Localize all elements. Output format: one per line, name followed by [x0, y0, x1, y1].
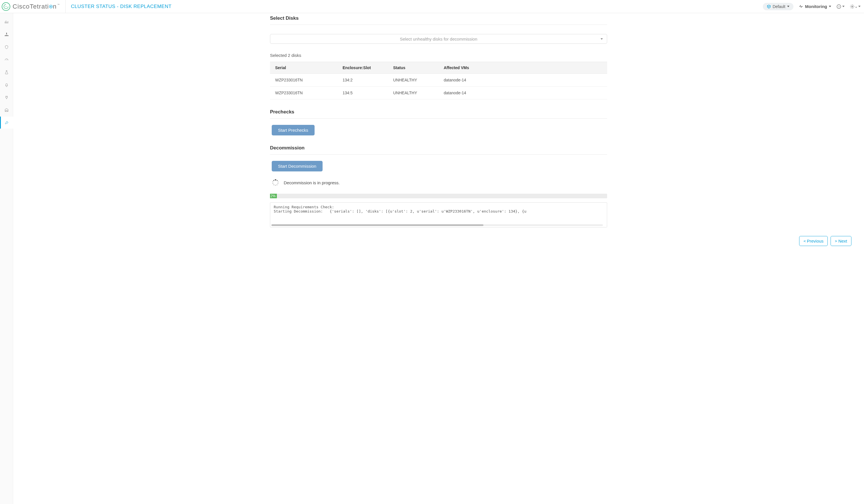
- svg-point-6: [856, 7, 856, 8]
- svg-point-0: [5, 6, 7, 7]
- bell-icon: [4, 83, 9, 87]
- cell-vms: datanode-14: [439, 74, 607, 86]
- section-title-decommission: Decommission: [270, 145, 607, 155]
- monitoring-label: Monitoring: [805, 4, 827, 9]
- monitoring-dropdown[interactable]: Monitoring: [799, 4, 831, 9]
- chevron-left-icon: <: [803, 239, 806, 243]
- start-decommission-button[interactable]: Start Decommission: [272, 161, 323, 171]
- nav-lab[interactable]: [0, 66, 13, 78]
- topology-icon: [4, 32, 9, 37]
- table-row: WZP233016TN 134:5 UNHEALTHY datanode-14: [270, 86, 607, 99]
- gear-icon: [850, 4, 855, 9]
- nav-inventory[interactable]: [0, 104, 13, 116]
- cell-serial: WZP233016TN: [270, 74, 337, 86]
- help-icon: ?: [836, 4, 841, 9]
- cell-slot: 134:5: [337, 86, 388, 99]
- logo-icon: [2, 2, 10, 11]
- cube-icon: [767, 4, 771, 9]
- page-title: CLUSTER STATUS - DISK REPLACEMENT: [71, 4, 171, 10]
- plug-icon: [4, 95, 9, 100]
- nav-power[interactable]: [0, 92, 13, 104]
- start-prechecks-button[interactable]: Start Prechecks: [272, 125, 315, 135]
- brand-block[interactable]: CiscoTetrati n ™: [0, 0, 66, 13]
- section-title-select-disks: Select Disks: [270, 15, 607, 25]
- spinner-icon: [272, 179, 278, 186]
- chevron-down-icon: [787, 6, 789, 7]
- brand-text: CiscoTetrati n ™: [13, 3, 60, 10]
- topbar: CiscoTetrati n ™ CLUSTER STATUS - DISK R…: [0, 0, 864, 13]
- svg-point-5: [852, 6, 853, 7]
- col-serial: Serial: [270, 62, 337, 74]
- svg-point-2: [50, 6, 51, 7]
- next-button[interactable]: >Next: [830, 236, 851, 246]
- chevron-down-icon: [829, 6, 831, 7]
- shield-icon: [4, 45, 9, 49]
- selected-count-label: Selected 2 disks: [270, 53, 607, 58]
- table-row: WZP233016TN 134:2 UNHEALTHY datanode-14: [270, 74, 607, 86]
- log-horizontal-scrollbar[interactable]: [272, 224, 603, 226]
- log-line: Starting Decommission: {'serials': [], '…: [274, 209, 526, 213]
- cell-status: UNHEALTHY: [388, 86, 439, 99]
- disk-select-placeholder: Select unhealthy disks for decommission: [400, 37, 477, 41]
- cell-vms: datanode-14: [439, 86, 607, 99]
- wizard-footer-nav: <Previous >Next: [13, 236, 851, 246]
- decommission-status-text: Decommission is in progress.: [284, 180, 340, 185]
- nav-dashboard[interactable]: [0, 16, 13, 28]
- left-nav-rail: [0, 13, 13, 504]
- col-status: Status: [388, 62, 439, 74]
- main-content: Select Disks Select unhealthy disks for …: [13, 13, 864, 504]
- previous-label: Previous: [807, 239, 824, 243]
- settings-dropdown[interactable]: [850, 4, 861, 9]
- wrench-icon: [4, 120, 9, 125]
- progress-bar: 2%: [270, 194, 607, 198]
- cell-slot: 134:2: [337, 74, 388, 86]
- heartbeat-icon: [799, 4, 803, 9]
- datacenter-icon: [4, 108, 9, 112]
- svg-point-9: [6, 35, 7, 36]
- svg-text:?: ?: [838, 5, 840, 8]
- col-slot: Enclosure:Slot: [337, 62, 388, 74]
- scrollbar-thumb[interactable]: [272, 224, 483, 226]
- progress-bar-fill: 2%: [270, 194, 277, 198]
- section-title-prechecks: Prechecks: [270, 109, 607, 119]
- scope-label: Default: [772, 4, 785, 9]
- gear-small-icon: [855, 6, 857, 9]
- chevron-down-icon: [601, 38, 603, 40]
- scope-selector[interactable]: Default: [763, 3, 793, 10]
- nav-maintenance[interactable]: [0, 117, 13, 129]
- flask-icon: [4, 70, 9, 75]
- cell-status: UNHEALTHY: [388, 74, 439, 86]
- nav-topology[interactable]: [0, 28, 13, 40]
- disk-select-dropdown[interactable]: Select unhealthy disks for decommission: [270, 34, 607, 44]
- svg-point-7: [6, 33, 7, 34]
- previous-button[interactable]: <Previous: [799, 236, 828, 246]
- cell-serial: WZP233016TN: [270, 86, 337, 99]
- next-label: Next: [838, 239, 847, 243]
- chevron-right-icon: >: [835, 239, 837, 243]
- gauge-icon: [4, 58, 9, 62]
- log-output[interactable]: Running Requirements Check: Starting Dec…: [270, 202, 607, 227]
- log-line: Running Requirements Check:: [274, 205, 334, 209]
- chevron-down-icon: [842, 6, 844, 7]
- nav-alerts[interactable]: [0, 79, 13, 91]
- selected-disk-table: Serial Enclosure:Slot Status Affected VM…: [270, 62, 607, 99]
- chart-icon: [4, 20, 9, 24]
- help-dropdown[interactable]: ?: [836, 4, 844, 9]
- nav-security[interactable]: [0, 41, 13, 53]
- chevron-down-icon: [858, 6, 861, 7]
- col-vms: Affected VMs: [439, 62, 607, 74]
- nav-performance[interactable]: [0, 54, 13, 66]
